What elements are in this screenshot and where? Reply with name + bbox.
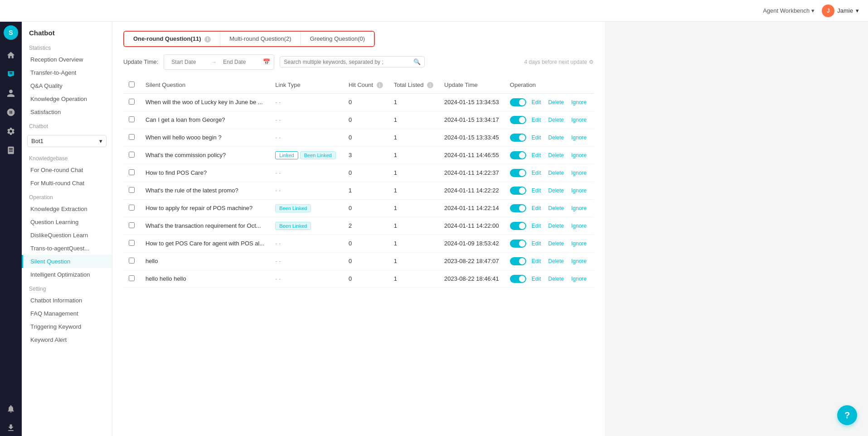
row-checkbox[interactable]: [129, 134, 135, 140]
ignore-button[interactable]: Ignore: [569, 117, 588, 123]
nav-upload-icon[interactable]: [3, 420, 19, 436]
ignore-button[interactable]: Ignore: [569, 187, 588, 194]
delete-button[interactable]: Delete: [547, 240, 566, 247]
tab-multi-round[interactable]: Multi-round Question(2): [220, 32, 301, 46]
edit-button[interactable]: Edit: [530, 187, 543, 194]
row-toggle[interactable]: [510, 257, 526, 265]
delete-button[interactable]: Delete: [547, 205, 566, 211]
nav-chatbot-icon[interactable]: [3, 66, 19, 82]
edit-button[interactable]: Edit: [530, 223, 543, 229]
row-toggle[interactable]: [510, 98, 526, 106]
row-checkbox[interactable]: [129, 275, 135, 281]
nav-settings-icon[interactable]: [3, 123, 19, 139]
row-toggle[interactable]: [510, 187, 526, 195]
settings-gear-icon[interactable]: ⚙: [589, 59, 594, 65]
sidebar-item-keyword-alert[interactable]: Keyword Alert: [22, 333, 112, 346]
tab-greeting[interactable]: Greeting Question(0): [301, 32, 374, 46]
tab-info-icon[interactable]: i: [204, 36, 211, 43]
sidebar-item-silent-question[interactable]: Silent Question: [22, 255, 112, 268]
sidebar-item-faq-management[interactable]: FAQ Management: [22, 307, 112, 320]
row-toggle[interactable]: [510, 222, 526, 230]
sidebar-item-qa-quality[interactable]: Q&A Quality: [22, 79, 112, 92]
delete-button[interactable]: Delete: [547, 276, 566, 282]
sidebar-item-satisfaction[interactable]: Satisfaction: [22, 105, 112, 119]
row-checkbox[interactable]: [129, 116, 135, 122]
row-checkbox[interactable]: [129, 99, 135, 105]
delete-button[interactable]: Delete: [547, 223, 566, 229]
row-toggle[interactable]: [510, 169, 526, 177]
sidebar-item-intelligent-opt[interactable]: Intelligent Optimization: [22, 268, 112, 281]
delete-button[interactable]: Delete: [547, 152, 566, 158]
ignore-button[interactable]: Ignore: [569, 152, 588, 158]
ignore-button[interactable]: Ignore: [569, 276, 588, 282]
row-toggle[interactable]: [510, 134, 526, 142]
delete-button[interactable]: Delete: [547, 117, 566, 123]
row-toggle[interactable]: [510, 275, 526, 283]
help-fab[interactable]: ?: [837, 405, 857, 425]
search-icon[interactable]: 🔍: [413, 58, 421, 65]
start-date-input[interactable]: [168, 57, 209, 67]
edit-button[interactable]: Edit: [530, 170, 543, 176]
cell-hit-count: 0: [343, 199, 388, 217]
nav-home-icon[interactable]: [3, 47, 19, 63]
row-toggle[interactable]: [510, 151, 526, 159]
edit-button[interactable]: Edit: [530, 258, 543, 264]
sidebar-item-knowledge-extraction[interactable]: Knowledge Extraction: [22, 202, 112, 216]
ignore-button[interactable]: Ignore: [569, 170, 588, 176]
select-all-checkbox[interactable]: [129, 81, 135, 87]
end-date-input[interactable]: [219, 57, 260, 67]
hit-count-info-icon[interactable]: i: [377, 82, 383, 88]
sidebar-item-multi-round[interactable]: For Multi-round Chat: [22, 177, 112, 190]
cell-question: hello: [140, 252, 270, 270]
row-checkbox[interactable]: [129, 152, 135, 158]
delete-button[interactable]: Delete: [547, 99, 566, 105]
nav-bell-icon[interactable]: [3, 401, 19, 417]
row-checkbox[interactable]: [129, 205, 135, 211]
ignore-button[interactable]: Ignore: [569, 223, 588, 229]
bot-selector[interactable]: Bot1 ▾: [27, 135, 107, 147]
delete-button[interactable]: Delete: [547, 187, 566, 194]
setting-section-label: Setting: [22, 281, 112, 294]
row-toggle[interactable]: [510, 204, 526, 212]
user-info[interactable]: J Jamie ▾: [822, 5, 859, 17]
edit-button[interactable]: Edit: [530, 205, 543, 211]
edit-button[interactable]: Edit: [530, 240, 543, 247]
row-toggle[interactable]: [510, 240, 526, 248]
nav-contacts-icon[interactable]: [3, 85, 19, 101]
ignore-button[interactable]: Ignore: [569, 240, 588, 247]
ignore-button[interactable]: Ignore: [569, 258, 588, 264]
sidebar-item-knowledge-operation[interactable]: Knowledge Operation: [22, 92, 112, 105]
edit-button[interactable]: Edit: [530, 134, 543, 141]
sidebar-item-reception-overview[interactable]: Reception Overview: [22, 53, 112, 66]
agent-workbench-selector[interactable]: Agent Workbench ▾: [763, 7, 815, 14]
row-checkbox[interactable]: [129, 240, 135, 246]
edit-button[interactable]: Edit: [530, 99, 543, 105]
sidebar-item-trans-agent[interactable]: Trans-to-agentQuest...: [22, 242, 112, 255]
ignore-button[interactable]: Ignore: [569, 205, 588, 211]
row-checkbox[interactable]: [129, 169, 135, 175]
row-checkbox[interactable]: [129, 187, 135, 193]
search-input[interactable]: [284, 59, 413, 65]
sidebar-item-transfer-to-agent[interactable]: Transfer-to-Agent: [22, 66, 112, 79]
ignore-button[interactable]: Ignore: [569, 134, 588, 141]
nav-user-icon[interactable]: [3, 104, 19, 120]
edit-button[interactable]: Edit: [530, 276, 543, 282]
sidebar-item-question-learning[interactable]: Question Learning: [22, 216, 112, 229]
delete-button[interactable]: Delete: [547, 258, 566, 264]
sidebar-item-chatbot-info[interactable]: Chatbot Information: [22, 294, 112, 307]
total-listed-info-icon[interactable]: i: [427, 82, 433, 88]
nav-book-icon[interactable]: [3, 142, 19, 158]
ignore-button[interactable]: Ignore: [569, 99, 588, 105]
delete-button[interactable]: Delete: [547, 170, 566, 176]
edit-button[interactable]: Edit: [530, 117, 543, 123]
edit-button[interactable]: Edit: [530, 152, 543, 158]
sidebar-item-one-round[interactable]: For One-round Chat: [22, 163, 112, 177]
row-checkbox[interactable]: [129, 222, 135, 228]
sidebar-item-dislike-question[interactable]: DislikeQuestion Learn: [22, 229, 112, 242]
delete-button[interactable]: Delete: [547, 134, 566, 141]
tab-one-round[interactable]: One-round Question(11) i: [124, 32, 220, 46]
row-checkbox[interactable]: [129, 258, 135, 264]
sidebar-item-triggering-keyword[interactable]: Triggering Keyword: [22, 320, 112, 333]
row-toggle[interactable]: [510, 116, 526, 124]
dash: - -: [275, 258, 281, 264]
